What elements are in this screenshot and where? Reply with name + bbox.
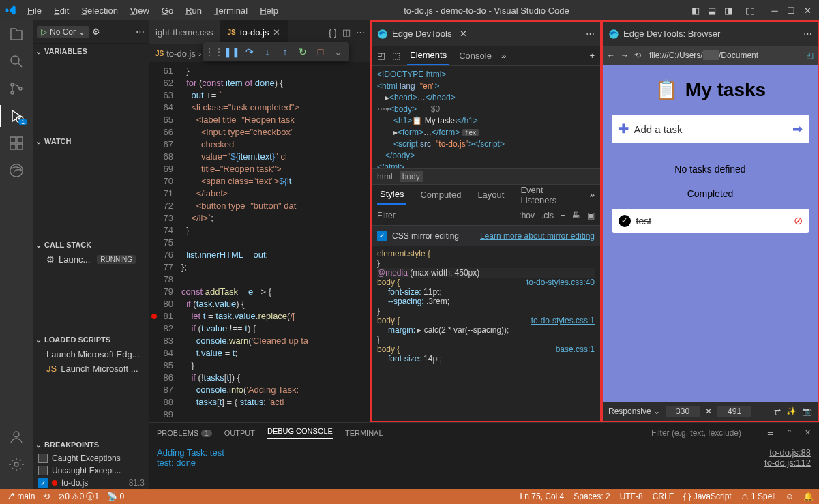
delete-task-icon[interactable]: ⊘ <box>794 214 803 227</box>
encoding-status[interactable]: UTF-8 <box>620 492 643 501</box>
code-editor[interactable]: } for (const item of done) { out += ` <l… <box>181 62 370 422</box>
line-gutter[interactable]: 6162636465666768697071727374757677787980… <box>149 62 181 422</box>
menu-view[interactable]: View <box>125 3 155 18</box>
restart-icon[interactable]: ↻ <box>295 44 311 60</box>
extensions-icon[interactable] <box>8 135 25 151</box>
box-icon[interactable]: ▣ <box>587 211 595 220</box>
viewport-height[interactable]: 491 <box>717 406 751 417</box>
language-status[interactable]: { } JavaScript <box>683 492 732 501</box>
expand-tabs-icon[interactable]: » <box>501 50 506 61</box>
run-debug-icon[interactable]: 1 <box>8 108 25 124</box>
device-toggle-icon[interactable]: ⬚ <box>392 50 400 61</box>
hov-toggle[interactable]: :hov <box>519 211 535 220</box>
mirror-checkbox[interactable]: ✓ <box>377 231 387 241</box>
layout-panel-left-icon[interactable]: ◧ <box>689 4 702 16</box>
source-link[interactable]: to-do.js:88 <box>769 447 811 458</box>
remote-indicator[interactable]: ⎇ main <box>5 492 35 501</box>
callstack-item[interactable]: ⚙ Launc... RUNNING <box>33 252 149 267</box>
more-icon[interactable]: ⋯ <box>586 29 595 39</box>
completed-task-item[interactable]: ✓ test ⊘ <box>612 209 809 233</box>
print-icon[interactable]: 🖶 <box>572 211 580 220</box>
inspect-icon[interactable]: ◰ <box>377 50 385 61</box>
spell-status[interactable]: ⚠ 1 Spell <box>741 492 776 501</box>
debug-dropdown-icon[interactable]: ⌄ <box>330 44 346 60</box>
sync-icon[interactable]: ⟲ <box>43 492 50 501</box>
eol-status[interactable]: CRLF <box>653 492 674 501</box>
tab-theme-css[interactable]: ight-theme.css <box>149 20 221 44</box>
styles-pane[interactable]: element.style { } @media (max-width: 450… <box>372 246 600 421</box>
more-icon[interactable]: ⋯ <box>356 27 365 38</box>
terminal-tab[interactable]: TERMINAL <box>345 429 383 437</box>
filter-icon[interactable]: ☰ <box>767 428 774 437</box>
inspect-overlay-icon[interactable]: ◰ <box>806 50 814 60</box>
dom-tree[interactable]: <!DOCTYPE html> <html lang="en"> ▸<head>… <box>372 66 600 168</box>
browser-viewport[interactable]: 📋 My tasks ✚ Add a task ➡ No tasks defin… <box>603 65 818 402</box>
cls-toggle[interactable]: .cls <box>541 211 554 220</box>
drag-handle-icon[interactable]: ⋮⋮ <box>206 44 222 60</box>
menu-edit[interactable]: Edit <box>48 3 74 18</box>
viewport-width[interactable]: 330 <box>666 406 700 417</box>
source-link[interactable]: to-do.js:112 <box>764 458 811 468</box>
variables-section[interactable]: ⌄VARIABLES <box>33 44 149 59</box>
loaded-script-item[interactable]: JSLaunch Microsoft ... <box>33 361 149 376</box>
step-out-icon[interactable]: ↑ <box>277 44 293 60</box>
styles-tab[interactable]: Styles <box>377 185 406 205</box>
maximize-panel-icon[interactable]: ⌃ <box>786 428 792 437</box>
console-tab[interactable]: Console <box>456 46 494 65</box>
console-filter[interactable]: Filter (e.g. text, !exclude) <box>651 428 741 438</box>
close-panel-icon[interactable]: ✕ <box>805 428 811 437</box>
edge-icon[interactable] <box>8 162 25 179</box>
minimize-icon[interactable]: ─ <box>769 4 781 16</box>
step-into-icon[interactable]: ↓ <box>259 44 276 60</box>
menu-help[interactable]: Help <box>254 3 284 18</box>
start-debug-button[interactable]: ▷ No Cor ⌄ <box>37 26 89 38</box>
devtools-tab[interactable]: Edge DevTools ✕ <box>377 29 467 40</box>
forward-icon[interactable]: → <box>621 50 629 60</box>
notifications-icon[interactable]: 🔔 <box>803 492 814 501</box>
breakpoints-section[interactable]: ⌄BREAKPOINTS <box>33 437 149 452</box>
new-tab-icon[interactable]: + <box>589 50 595 61</box>
account-icon[interactable] <box>8 429 25 445</box>
cursor-position[interactable]: Ln 75, Col 4 <box>520 492 565 501</box>
add-task-input[interactable]: Add a task <box>634 123 683 135</box>
loaded-script-item[interactable]: Launch Microsoft Edg... <box>33 347 149 361</box>
callstack-section[interactable]: ⌄CALL STACK <box>33 237 149 252</box>
close-icon[interactable]: ✕ <box>801 4 814 16</box>
url-bar[interactable]: file:///C:/Users/ /Document <box>646 49 801 61</box>
responsive-dropdown[interactable]: Responsive ⌄ <box>608 406 660 416</box>
uncaught-exceptions-toggle[interactable]: Uncaught Except... <box>33 464 149 477</box>
add-task-form[interactable]: ✚ Add a task ➡ <box>612 115 809 143</box>
debug-console-output[interactable]: Adding Task: testto-do.js:88 test: donet… <box>149 443 819 489</box>
problems-status[interactable]: ⊘0 ⚠0 ⓘ1 <box>58 491 99 503</box>
submit-icon[interactable]: ➡ <box>792 121 803 136</box>
style-filter-input[interactable]: Filter <box>377 211 396 220</box>
elements-tab[interactable]: Elements <box>407 46 449 65</box>
menu-run[interactable]: Run <box>180 3 207 18</box>
browser-tab[interactable]: Edge DevTools: Browser <box>608 29 720 40</box>
layout-panel-right-icon[interactable]: ◨ <box>722 4 734 16</box>
reload-icon[interactable]: ⟲ <box>634 50 641 60</box>
new-style-icon[interactable]: + <box>561 211 565 220</box>
pause-icon[interactable]: ❚❚ <box>224 44 240 60</box>
back-icon[interactable]: ← <box>607 50 615 60</box>
magic-icon[interactable]: ✨ <box>786 406 796 416</box>
screenshot-icon[interactable]: 📷 <box>802 406 812 416</box>
check-icon[interactable]: ✓ <box>619 215 631 227</box>
close-icon[interactable]: ✕ <box>460 29 467 39</box>
loaded-scripts-section[interactable]: ⌄LOADED SCRIPTS <box>33 332 149 347</box>
feedback-icon[interactable]: ☺ <box>786 492 794 501</box>
source-control-icon[interactable] <box>8 80 25 97</box>
problems-tab[interactable]: PROBLEMS1 <box>157 429 212 437</box>
maximize-icon[interactable]: ☐ <box>785 4 797 16</box>
tab-todo-js[interactable]: JS to-do.js ✕ <box>221 20 288 44</box>
settings-gear-icon[interactable] <box>8 456 25 473</box>
layout-tab[interactable]: Layout <box>475 186 507 204</box>
explorer-icon[interactable] <box>8 26 25 42</box>
layout-panel-bottom-icon[interactable]: ⬓ <box>706 4 718 16</box>
mirror-learn-link[interactable]: Learn more about mirror editing <box>480 231 595 241</box>
menu-terminal[interactable]: Terminal <box>209 3 253 18</box>
close-tab-icon[interactable]: ✕ <box>273 27 280 38</box>
debug-console-tab[interactable]: DEBUG CONSOLE <box>267 427 333 439</box>
search-icon[interactable] <box>8 53 25 70</box>
stop-icon[interactable]: □ <box>312 44 329 60</box>
